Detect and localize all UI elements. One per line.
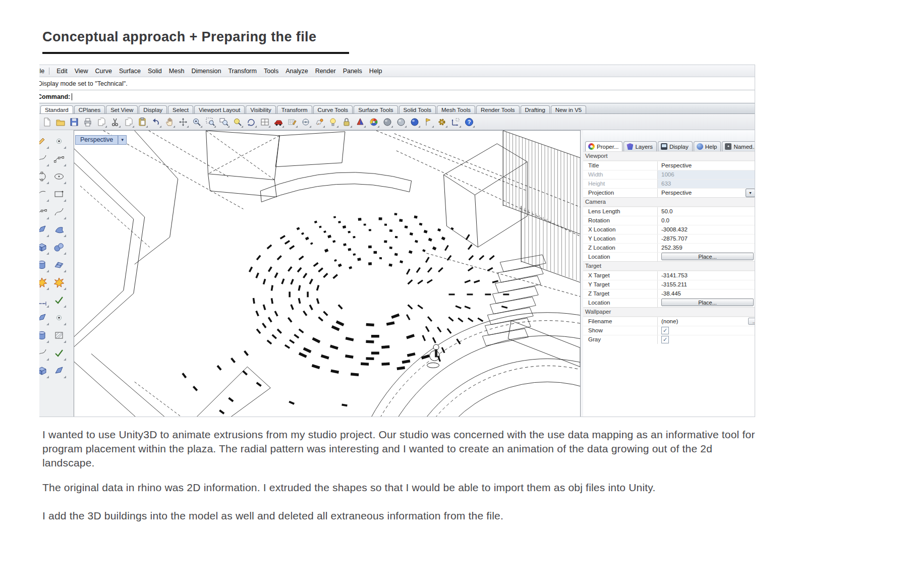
menu-item-transform[interactable]: Transform: [228, 68, 257, 75]
toolbar-tab-cplanes[interactable]: CPlanes: [74, 105, 105, 113]
value-text[interactable]: -38.445: [661, 290, 681, 297]
patch-surface-tool[interactable]: [39, 309, 50, 326]
menu-item-surface[interactable]: Surface: [119, 68, 141, 75]
value-text[interactable]: 252.359: [661, 245, 683, 251]
ghosted-viewport-button[interactable]: [395, 116, 407, 128]
freeform-curve-tool[interactable]: [50, 203, 68, 220]
save-button[interactable]: [68, 116, 80, 128]
align-tool[interactable]: [50, 291, 68, 309]
render-preview-button[interactable]: [368, 116, 380, 128]
value-text[interactable]: Perspective: [661, 162, 692, 168]
panel-tab-help[interactable]: Help: [694, 141, 721, 151]
value-text[interactable]: 0.0: [661, 217, 669, 223]
menu-item-analyze[interactable]: Analyze: [286, 68, 308, 75]
move-view-button[interactable]: [177, 116, 189, 128]
spheres-tool[interactable]: [50, 238, 68, 256]
filename-value[interactable]: (none): [661, 318, 678, 324]
surface-from-points-tool[interactable]: [39, 220, 50, 238]
menu-item-view[interactable]: View: [75, 68, 88, 75]
check-geometry-tool[interactable]: [50, 344, 68, 362]
menu-item-panels[interactable]: Panels: [343, 68, 362, 75]
options-gear-button[interactable]: [436, 116, 448, 128]
hatch-tool[interactable]: [50, 326, 68, 344]
cut-button[interactable]: [109, 116, 121, 128]
pipe-tool[interactable]: [39, 326, 50, 344]
mapped-surface-tool[interactable]: [50, 256, 68, 273]
projection-dropdown-button[interactable]: ▼: [746, 189, 755, 197]
help-button[interactable]: ?: [463, 116, 475, 128]
toolbar-tab-display[interactable]: Display: [139, 105, 167, 113]
pan-view-button[interactable]: [163, 116, 176, 128]
edit-pencil-tool[interactable]: [39, 132, 50, 150]
panel-tab-display[interactable]: Display: [658, 141, 693, 151]
panel-tab-layers[interactable]: Layers: [623, 141, 657, 151]
paste-button[interactable]: [136, 116, 148, 128]
display-mode-button[interactable]: [354, 116, 366, 128]
toolbar-tab-mesh-tools[interactable]: Mesh Tools: [437, 105, 475, 113]
set-view-button[interactable]: [300, 116, 312, 128]
new-file-button[interactable]: [41, 116, 53, 128]
toolbar-tab-render-tools[interactable]: Render Tools: [476, 105, 520, 113]
lock-objects-button[interactable]: [340, 116, 353, 128]
menu-item-file[interactable]: File: [39, 68, 49, 75]
layer-lamp-button[interactable]: [327, 116, 339, 128]
menu-item-help[interactable]: Help: [369, 68, 382, 75]
object-snap-flag-button[interactable]: [422, 116, 434, 128]
viewport-layout-button[interactable]: [259, 116, 271, 128]
toolbar-tab-new-in-v5[interactable]: New in V5: [551, 105, 586, 113]
copy-button[interactable]: [123, 116, 135, 128]
arc-tool[interactable]: [39, 185, 50, 203]
ellipse-tool[interactable]: [50, 167, 68, 185]
toolbar-tab-visibility[interactable]: Visibility: [246, 105, 275, 113]
render-car-button[interactable]: [272, 116, 285, 128]
show-checkbox[interactable]: ✓: [661, 327, 669, 334]
target-place-button[interactable]: Place...: [661, 299, 754, 306]
burst-tool[interactable]: [50, 273, 68, 291]
cplane-grid-button[interactable]: [286, 116, 298, 128]
toolbar-tab-select[interactable]: Select: [168, 105, 193, 113]
point-cloud-tool[interactable]: [50, 309, 68, 326]
zoom-selected-button[interactable]: [218, 116, 230, 128]
toolbar-tab-drafting[interactable]: Drafting: [521, 105, 550, 113]
value-text[interactable]: Perspective: [661, 190, 692, 196]
shaded-viewport-button[interactable]: [381, 116, 393, 128]
box-tool[interactable]: [39, 238, 50, 256]
perspective-viewport[interactable]: Perspective ▼: [74, 130, 581, 417]
solid-tools-tool[interactable]: [39, 362, 50, 379]
menu-item-edit[interactable]: Edit: [56, 68, 68, 75]
menu-item-solid[interactable]: Solid: [148, 68, 162, 75]
camera-place-button[interactable]: Place...: [661, 253, 754, 260]
zoom-extents-button[interactable]: [232, 116, 244, 128]
circle-tool[interactable]: [39, 167, 50, 185]
sub-curve-tool[interactable]: [39, 344, 50, 362]
menu-item-tools[interactable]: Tools: [264, 68, 278, 75]
toolbar-tab-transform[interactable]: Transform: [277, 105, 312, 113]
cplane-axes-button[interactable]: [449, 116, 462, 128]
toolbar-tab-standard[interactable]: Standard: [40, 105, 73, 113]
handle-curve-tool[interactable]: [39, 203, 50, 220]
toolbar-tab-set-view[interactable]: Set View: [106, 105, 138, 113]
polyline-tool[interactable]: [39, 150, 50, 167]
menu-item-dimension[interactable]: Dimension: [191, 68, 221, 75]
rendered-viewport-button[interactable]: [409, 116, 421, 128]
toolbar-tab-viewport-layout[interactable]: Viewport Layout: [194, 105, 245, 113]
rectangle-tool[interactable]: [50, 185, 68, 203]
toolbar-tab-surface-tools[interactable]: Surface Tools: [354, 105, 397, 113]
single-point-tool[interactable]: [50, 132, 68, 150]
menu-item-mesh[interactable]: Mesh: [169, 68, 185, 75]
undo-button[interactable]: [150, 116, 162, 128]
menu-item-curve[interactable]: Curve: [95, 68, 112, 75]
copy-to-clipboard-button[interactable]: [95, 116, 107, 128]
zoom-window-button[interactable]: [204, 116, 216, 128]
value-text[interactable]: -3155.211: [661, 281, 687, 287]
open-file-button[interactable]: [54, 116, 67, 128]
gray-checkbox[interactable]: ✓: [661, 336, 669, 343]
browse-button[interactable]: ...: [748, 318, 755, 325]
dimension-tool[interactable]: [39, 291, 50, 309]
undo-view-change-button[interactable]: [245, 116, 257, 128]
menu-item-render[interactable]: Render: [315, 68, 336, 75]
value-text[interactable]: -3008.432: [661, 226, 688, 232]
value-text[interactable]: 50.0: [661, 208, 672, 214]
named-cplane-button[interactable]: [313, 116, 325, 128]
explode-tool[interactable]: [39, 273, 50, 291]
